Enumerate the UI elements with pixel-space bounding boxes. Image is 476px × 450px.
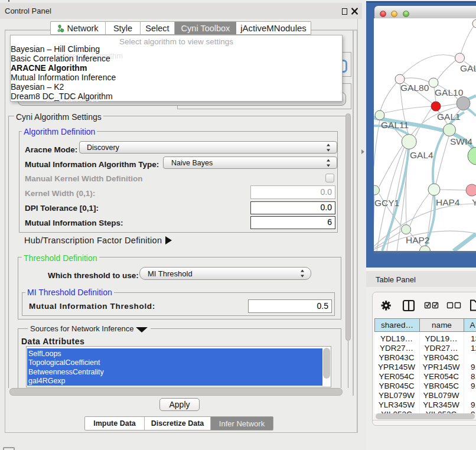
svg-text:HAP4: HAP4	[436, 197, 460, 207]
svg-text:SWI4: SWI4	[450, 136, 472, 146]
svg-text:GAL2: GAL2	[460, 63, 476, 73]
svg-text:GAL4: GAL4	[410, 150, 433, 160]
svg-text:Y: Y	[472, 197, 476, 207]
svg-text:GAL1: GAL1	[437, 112, 461, 122]
svg-text:GAL80: GAL80	[400, 83, 429, 93]
svg-text:GCY1: GCY1	[374, 198, 399, 208]
svg-text:GAL11: GAL11	[381, 120, 409, 130]
svg-text:HAP2: HAP2	[406, 235, 430, 245]
svg-text:GAL10: GAL10	[435, 87, 464, 97]
